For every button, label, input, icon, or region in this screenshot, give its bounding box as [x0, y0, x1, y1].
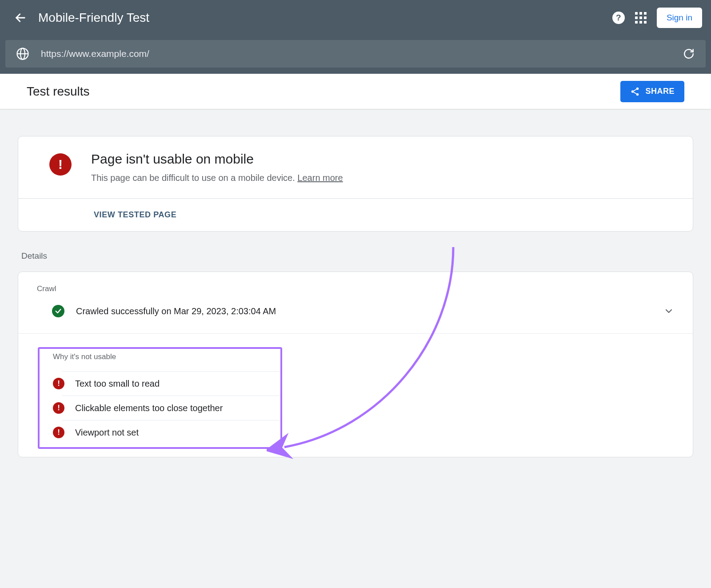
sign-in-button[interactable]: Sign in	[657, 8, 702, 28]
learn-more-link[interactable]: Learn more	[297, 173, 343, 183]
check-icon	[52, 305, 64, 317]
status-subtext: This page can be difficult to use on a m…	[91, 173, 343, 183]
help-icon[interactable]: ?	[612, 12, 625, 24]
share-icon	[630, 87, 640, 96]
svg-line-8	[634, 92, 636, 94]
issue-text: Clickable elements too close together	[75, 403, 223, 413]
issue-text: Viewport not set	[75, 428, 139, 438]
svg-point-5	[631, 90, 634, 93]
svg-point-6	[636, 93, 639, 96]
back-arrow-icon[interactable]	[13, 11, 28, 25]
url-bar-container	[0, 36, 711, 74]
url-bar	[5, 40, 706, 68]
issue-text: Text too small to read	[75, 379, 160, 389]
crawl-section-label: Crawl	[18, 272, 693, 303]
results-title: Test results	[27, 84, 620, 99]
share-button[interactable]: SHARE	[620, 81, 684, 102]
error-icon: !	[49, 153, 72, 176]
issue-row[interactable]: ! Text too small to read	[62, 371, 280, 396]
results-header: Test results SHARE	[0, 74, 711, 109]
url-input[interactable]	[41, 48, 671, 59]
top-bar: Mobile-Friendly Test ? Sign in	[0, 0, 711, 36]
status-card: ! Page isn't usable on mobile This page …	[18, 136, 693, 232]
view-tested-page-link[interactable]: VIEW TESTED PAGE	[94, 210, 176, 219]
issue-row[interactable]: ! Clickable elements too close together	[62, 396, 280, 420]
chevron-down-icon	[663, 306, 674, 316]
why-not-usable-section: Why it's not usable ! Text too small to …	[18, 334, 693, 457]
error-icon: !	[53, 402, 64, 414]
svg-point-4	[636, 87, 639, 90]
content-area: ! Page isn't usable on mobile This page …	[0, 109, 711, 475]
details-card: Crawl Crawled successfully on Mar 29, 20…	[18, 272, 693, 457]
globe-icon	[16, 47, 29, 60]
error-icon: !	[53, 427, 64, 438]
apps-grid-icon[interactable]	[635, 12, 647, 24]
reload-icon[interactable]	[683, 48, 695, 60]
issue-row[interactable]: ! Viewport not set	[62, 420, 280, 444]
crawl-status-text: Crawled successfully on Mar 29, 2023, 2:…	[76, 306, 663, 316]
status-heading: Page isn't usable on mobile	[91, 152, 343, 167]
error-icon: !	[53, 378, 64, 389]
annotation-highlight: Why it's not usable ! Text too small to …	[38, 347, 282, 449]
app-title: Mobile-Friendly Test	[38, 11, 602, 25]
share-label: SHARE	[645, 87, 675, 96]
crawl-status-row[interactable]: Crawled successfully on Mar 29, 2023, 2:…	[18, 303, 693, 334]
details-label: Details	[21, 251, 693, 261]
svg-line-7	[634, 89, 636, 91]
why-label: Why it's not usable	[40, 349, 280, 371]
